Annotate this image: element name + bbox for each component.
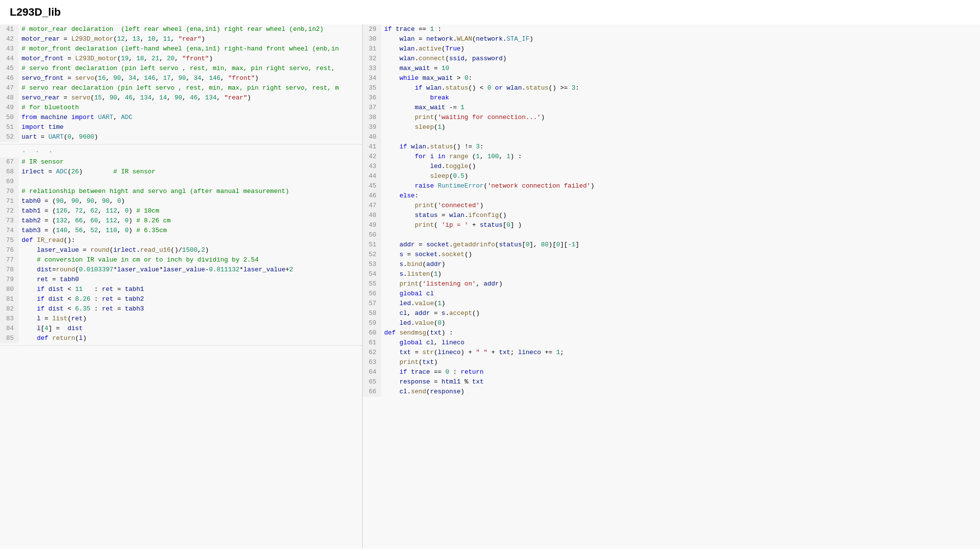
table-row: 44 motor_front = L293D_motor(19, 18, 21,… [0, 54, 362, 64]
table-row: 45 # servo front declaration (pin left s… [0, 64, 362, 73]
table-row: 48 status = wlan.ifconfig() [363, 211, 980, 220]
table-row: 65 response = html1 % txt [363, 377, 980, 387]
table-row: 34 while max_wait > 0: [363, 73, 980, 83]
table-row: 68 irlect = ADC(26) # IR sensor [0, 167, 362, 177]
table-row: 76 laser_value = round(irlect.read_u16()… [0, 245, 362, 255]
table-row: 29 if trace == 1 : [363, 24, 980, 34]
table-row: 51 addr = socket.getaddrinfo(status[0], … [363, 240, 980, 250]
table-row: 52 s = socket.socket() [363, 250, 980, 260]
table-row: 48 servo_rear = servo(15, 90, 46, 134, 1… [0, 93, 362, 103]
table-row: 51 import time [0, 122, 362, 132]
table-row: 46 servo_front = servo(16, 90, 34, 146, … [0, 73, 362, 83]
table-row: 44 sleep(0.5) [363, 171, 980, 181]
table-row: 63 print(txt) [363, 358, 980, 367]
table-row: 54 s.listen(1) [363, 269, 980, 279]
table-row: 33 max_wait = 10 [363, 64, 980, 73]
table-row: 30 wlan = network.WLAN(network.STA_IF) [363, 34, 980, 44]
table-row: 36 break [363, 93, 980, 103]
table-row: 67 # IR sensor [0, 157, 362, 167]
table-row: 82 if dist < 6.35 : ret = tabh3 [0, 304, 362, 314]
table-row: 42 motor_rear = L293D_motor(12, 13, 10, … [0, 34, 362, 44]
table-row: 75 def IR_read(): [0, 236, 362, 245]
table-row: 85 def return(l) [0, 334, 362, 343]
table-row: 62 txt = str(lineco) + " " + txt; lineco… [363, 348, 980, 358]
table-row: 77 # conversion IR value in cm or to inc… [0, 255, 362, 265]
table-row: 47 print('connected') [363, 201, 980, 211]
table-row: 78 dist=round(0.0103397*laser_value*lase… [0, 265, 362, 275]
table-row: 59 led.value(0) [363, 318, 980, 328]
table-row: 79 ret = tabh0 [0, 275, 362, 285]
table-row: 74 tabh3 = (140, 56, 52, 110, 0) # 6.35c… [0, 226, 362, 236]
table-row: 72 tabh1 = (126, 72, 62, 112, 0) # 10cm [0, 206, 362, 216]
left-section-2: 67 # IR sensor 68 irlect = ADC(26) # IR … [0, 157, 362, 346]
table-row: 69 [0, 177, 362, 187]
table-row: 60 def sendmsg(txt) : [363, 328, 980, 338]
table-row: 84 l[4] = dist [0, 324, 362, 334]
table-row: 31 wlan.active(True) [363, 44, 980, 54]
table-row: 64 if trace == 0 : return [363, 367, 980, 377]
left-panel: 41 # motor_rear declaration (left rear w… [0, 24, 363, 549]
table-row: 42 for i in range (1, 100, 1) : [363, 152, 980, 162]
table-row: 57 led.value(1) [363, 299, 980, 309]
code-ellipsis: · · · [0, 146, 362, 157]
left-code-block: 41 # motor_rear declaration (left rear w… [0, 24, 362, 348]
editor-container: 41 # motor_rear declaration (left rear w… [0, 24, 980, 549]
table-row: 49 print( 'ip = ' + status[0] ) [363, 220, 980, 230]
table-row: 53 s.bind(addr) [363, 260, 980, 269]
table-row: 32 wlan.connect(ssid, password) [363, 54, 980, 64]
table-row: 46 else: [363, 191, 980, 201]
table-row: 43 led.toggle() [363, 162, 980, 171]
table-row: 41 # motor_rear declaration (left rear w… [0, 24, 362, 34]
table-row: 38 print('waiting for connection...') [363, 113, 980, 122]
page-title: L293D_lib [0, 0, 980, 24]
table-row: 52 uart = UART(0, 9600) [0, 132, 362, 142]
left-section-1: 41 # motor_rear declaration (left rear w… [0, 24, 362, 144]
table-row: 49 # for bluetooth [0, 103, 362, 113]
table-row: 83 l = list(ret) [0, 314, 362, 324]
table-row: 50 [363, 230, 980, 240]
table-row: 41 if wlan.status() != 3: [363, 142, 980, 152]
table-row: 47 # servo rear declaration (pin left se… [0, 83, 362, 93]
table-row: 35 if wlan.status() < 0 or wlan.status()… [363, 83, 980, 93]
table-row: 56 global cl [363, 289, 980, 299]
table-row: 70 # relationship between hight and serv… [0, 187, 362, 196]
right-panel: 29 if trace == 1 : 30 wlan = network.WLA… [363, 24, 980, 549]
right-code-block: 29 if trace == 1 : 30 wlan = network.WLA… [363, 24, 980, 397]
table-row: 66 cl.send(response) [363, 387, 980, 397]
table-row: 55 print('listening on', addr) [363, 279, 980, 289]
table-row: 50 from machine import UART, ADC [0, 113, 362, 122]
table-row: 71 tabh0 = (90, 90, 90, 90, 0) [0, 196, 362, 206]
table-row: 39 sleep(1) [363, 122, 980, 132]
table-row: 37 max_wait -= 1 [363, 103, 980, 113]
table-row: 40 [363, 132, 980, 142]
table-row: 61 global cl, lineco [363, 338, 980, 348]
table-row: 43 # motor_front declaration (left-hand … [0, 44, 362, 54]
table-row: 73 tabh2 = (132, 66, 60, 112, 0) # 8.26 … [0, 216, 362, 226]
table-row: 45 raise RuntimeError('network connectio… [363, 181, 980, 191]
table-row: 80 if dist < 11 : ret = tabh1 [0, 285, 362, 294]
table-row: 58 cl, addr = s.accept() [363, 309, 980, 318]
table-row: 81 if dist < 8.26 : ret = tabh2 [0, 294, 362, 304]
